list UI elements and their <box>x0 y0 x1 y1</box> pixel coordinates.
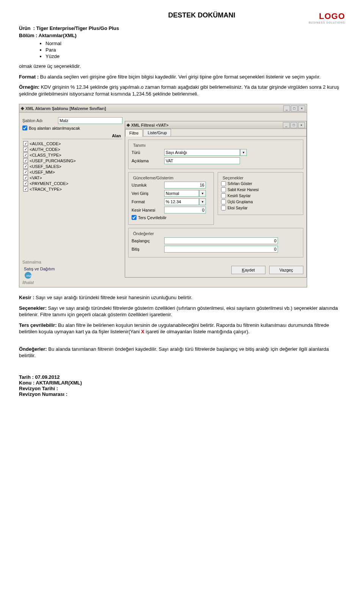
aciklama-input[interactable] <box>164 157 240 164</box>
minimize-button[interactable]: _ <box>283 105 290 111</box>
opt-label: Kesirli Sayılar <box>228 194 251 198</box>
check-icon[interactable] <box>23 141 28 146</box>
close-button[interactable]: × <box>298 105 305 111</box>
chevron-down-icon[interactable]: ▾ <box>199 198 206 205</box>
window-title-text: XML Aktarım Şablonu [Malzeme Sınıfları] <box>25 106 106 111</box>
kesir-input[interactable] <box>164 207 206 213</box>
check-icon[interactable] <box>23 147 28 152</box>
turu-combo[interactable] <box>164 149 240 156</box>
field-item[interactable]: <AUXIL_CODE> <box>22 141 122 146</box>
sidebar-item[interactable]: Satış ve DağıtımXML <box>21 265 58 279</box>
format-label: Format <box>132 199 162 204</box>
sablon-adi-label: Şablon Adı <box>22 118 56 123</box>
ornek-paragraph: Örneğin: KDV girişinin % 12.34 şeklinde … <box>19 84 345 97</box>
check-icon[interactable] <box>23 187 28 191</box>
opt-eksi-sayilar[interactable] <box>221 206 226 210</box>
opt-label: Sıfırları Göster <box>228 182 252 186</box>
field-label: <USEF_SALES> <box>30 164 61 169</box>
secenekler-group: Seçenekler <box>221 176 245 180</box>
maximize-button[interactable]: □ <box>291 105 298 111</box>
format-label: Format : <box>19 74 39 80</box>
maximize-button[interactable]: □ <box>290 122 297 128</box>
field-item[interactable]: <AUTH_CODE> <box>22 146 122 152</box>
footer-label: Revizyon Numarası : <box>19 391 67 397</box>
bos-alanlar-checkbox[interactable] <box>22 126 27 130</box>
footer-label: Tarih : <box>19 374 35 380</box>
field-label: <AUTH_CODE> <box>30 147 60 152</box>
field-label: <USEF_MM> <box>30 170 55 174</box>
chevron-down-icon[interactable]: ▾ <box>240 149 247 156</box>
vazgec-button[interactable]: Vazgeç <box>269 266 303 274</box>
opt-uclu-gruplama[interactable] <box>221 199 226 204</box>
format-paragraph: Format : Bu alanda seçilen veri girişine… <box>19 74 345 80</box>
check-icon[interactable] <box>23 152 28 157</box>
veri-giris-label: Veri Giriş <box>132 191 162 196</box>
uzunluk-label: Uzunluk <box>132 183 162 187</box>
kesir-paragraph: Kesir : Sayı ve sayı aralığı türündeki f… <box>19 294 345 301</box>
kesir-label: Kesir Hanesi <box>132 208 162 212</box>
xml-badge-icon: XML <box>25 272 31 279</box>
field-item[interactable]: <USEF_MM> <box>22 169 122 175</box>
bolum-label: Bölüm <box>19 33 34 38</box>
list-item: Normal <box>46 41 345 46</box>
doc-title: DESTEK DOKÜMANI <box>95 11 309 19</box>
footer-value: AKTARIMLAR(XML) <box>36 380 82 386</box>
opt-label: Üçlü Gruplama <box>228 200 253 204</box>
format-combo[interactable] <box>164 198 199 205</box>
chevron-down-icon[interactable]: ▾ <box>199 190 206 197</box>
kaydet-button[interactable]: Kaydet <box>231 266 265 274</box>
opt-sabit-kesir[interactable] <box>221 187 226 192</box>
urun-line: Ürün : Tiger Enterprise/Tiger Plus/Go Pl… <box>19 25 345 31</box>
field-item[interactable]: <CLASS_TYPE> <box>22 152 122 158</box>
baslangic-input[interactable] <box>164 237 278 244</box>
close-button[interactable]: × <box>298 122 305 128</box>
field-item[interactable]: <PAYMENT_CODE> <box>22 180 122 186</box>
field-label: <TRACK_TYPE> <box>30 187 62 191</box>
inner-window-title: ◆ XML Filtresi <VAT> <box>127 122 168 127</box>
field-item[interactable]: <VAT> <box>22 175 122 180</box>
turu-label: Türü <box>132 150 162 155</box>
bitis-input[interactable] <box>164 246 278 253</box>
footer-value: 07.09.2012 <box>35 374 60 380</box>
minimize-button[interactable]: _ <box>283 122 290 128</box>
guncelleme-group: Güncelleme/Gösterim <box>132 176 175 180</box>
field-label: <AUXIL_CODE> <box>30 141 61 146</box>
tab-liste-grup[interactable]: Liste/Grup <box>143 129 171 136</box>
check-icon[interactable] <box>23 181 28 186</box>
sidebar-item-label: Satış ve Dağıtım <box>22 266 56 272</box>
veri-giris-combo[interactable] <box>164 190 199 197</box>
ondeger-group: Öndeğerler <box>132 231 155 236</box>
ters-cevrilebilir-checkbox[interactable] <box>132 215 136 220</box>
sablon-adi-input[interactable] <box>58 117 122 124</box>
field-item[interactable]: <USEF_PURCHASING> <box>22 158 122 163</box>
check-icon[interactable] <box>23 169 28 174</box>
footer: Tarih : 07.09.2012 Konu : AKTARIMLAR(XML… <box>19 374 345 397</box>
field-item[interactable]: <TRACK_TYPE> <box>22 186 122 192</box>
logo-subtext: BUSINESS SOLUTIONS <box>309 21 345 24</box>
sidebar-item[interactable]: İthalat <box>21 279 58 286</box>
sidebar-item[interactable]: Satınalma <box>21 259 58 265</box>
app-icon: ◆ <box>127 122 130 127</box>
footer-label: Revizyon Tarihi : <box>19 386 58 391</box>
list-item: Para <box>46 47 345 53</box>
check-icon[interactable] <box>23 158 28 163</box>
bos-alanlar-label: Boş alanları aktarılmayacak <box>29 126 80 130</box>
check-icon[interactable] <box>23 175 28 180</box>
field-item[interactable]: <USEF_SALES> <box>22 163 122 169</box>
tanimi-group: Tanımı <box>132 143 147 148</box>
tab-filtre[interactable]: Filtre <box>125 129 143 137</box>
baslangic-label: Başlangıç <box>132 239 162 243</box>
uzunluk-input[interactable] <box>164 182 206 188</box>
app-icon: ◆ <box>21 106 24 111</box>
aciklama-label: Açıklama <box>132 158 162 163</box>
xml-filter-window: ◆ XML Filtresi <VAT> _ □ × Filtre Liste/… <box>125 121 307 278</box>
window-title: ◆ XML Aktarım Şablonu [Malzeme Sınıfları… <box>21 106 106 111</box>
bolum-value: : Aktarımlar(XML) <box>36 33 77 38</box>
ters-p-label: Ters çevrilebilir: <box>19 322 56 328</box>
opt-kesirli-sayilar[interactable] <box>221 193 226 198</box>
red-x: X <box>141 329 144 334</box>
opt-sifirlari-goster[interactable] <box>221 181 226 186</box>
logo: LOGO BUSINESS SOLUTIONS <box>309 11 345 24</box>
opt-label: Eksi Sayılar <box>228 206 248 210</box>
check-icon[interactable] <box>23 164 28 169</box>
